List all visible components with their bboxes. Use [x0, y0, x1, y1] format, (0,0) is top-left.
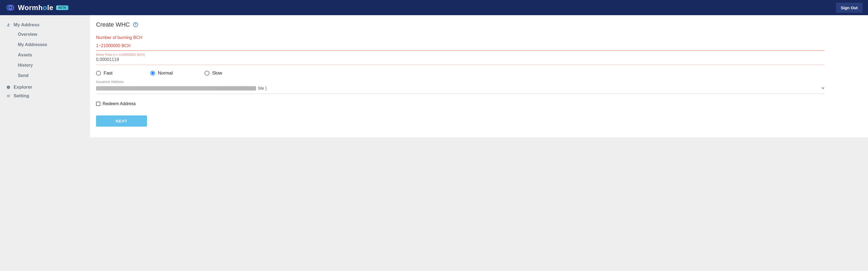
- sidebar-item-label: Explorer: [13, 84, 32, 90]
- sign-out-button[interactable]: Sign Out: [836, 3, 863, 13]
- radio-icon: [205, 71, 209, 76]
- topbar: Wormhole BETA Sign Out: [0, 0, 868, 15]
- page-title: Create WHC: [96, 21, 130, 28]
- issuance-address-select[interactable]: ble ): [96, 84, 825, 94]
- redeem-address-checkbox[interactable]: [96, 102, 100, 106]
- svg-point-2: [9, 6, 12, 9]
- dollar-icon: [6, 23, 11, 27]
- radio-label: Slow: [212, 70, 222, 76]
- redeem-address-label: Redeem Address: [102, 101, 136, 106]
- sidebar-section-label: My Address: [13, 22, 40, 28]
- burning-bch-input[interactable]: [96, 42, 825, 50]
- beta-badge: BETA: [56, 5, 68, 10]
- sidebar-item-history[interactable]: History: [6, 60, 85, 70]
- menu-icon: [6, 94, 11, 98]
- radio-slow[interactable]: Slow: [205, 70, 259, 76]
- wormhole-logo-icon: [5, 3, 15, 12]
- miner-fees-value: 0.00001119: [96, 57, 825, 65]
- sidebar-item-setting[interactable]: Setting: [6, 92, 85, 100]
- fee-speed-group: Fast Normal Slow: [96, 67, 825, 78]
- miner-fees-helper: Miner Fees (>= 0.00000001 BCH): [96, 53, 825, 57]
- issuance-address-suffix: ble ): [258, 86, 267, 91]
- next-button[interactable]: NEXT: [96, 115, 147, 127]
- brand-name: Wormhole: [18, 3, 54, 12]
- help-icon[interactable]: ?: [133, 22, 138, 27]
- compass-icon: [6, 85, 11, 90]
- sidebar-item-assets[interactable]: Assets: [6, 50, 85, 60]
- main-content: Create WHC ? Number of burning BCH .fiel…: [90, 15, 868, 137]
- radio-label: Normal: [158, 70, 173, 76]
- sidebar-item-explorer[interactable]: Explorer: [6, 83, 85, 92]
- radio-normal[interactable]: Normal: [150, 70, 205, 76]
- burning-bch-label: Number of burning BCH: [96, 35, 825, 40]
- issuance-address-label: Issuance Address: [96, 80, 825, 84]
- chevron-down-icon: [822, 88, 825, 89]
- radio-icon: [96, 71, 101, 76]
- sidebar: My Address Overview My Addresses Assets …: [0, 15, 90, 137]
- issuance-address-value-redacted: [96, 86, 256, 91]
- sidebar-item-label: Setting: [13, 93, 29, 99]
- sidebar-item-my-addresses[interactable]: My Addresses: [6, 40, 85, 50]
- radio-label: Fast: [104, 70, 113, 76]
- sidebar-section-my-address[interactable]: My Address: [6, 21, 85, 29]
- sidebar-item-send[interactable]: Send: [6, 70, 85, 81]
- brand: Wormhole BETA: [5, 3, 68, 12]
- sidebar-item-overview[interactable]: Overview: [6, 29, 85, 40]
- radio-icon: [150, 71, 155, 76]
- radio-fast[interactable]: Fast: [96, 70, 150, 76]
